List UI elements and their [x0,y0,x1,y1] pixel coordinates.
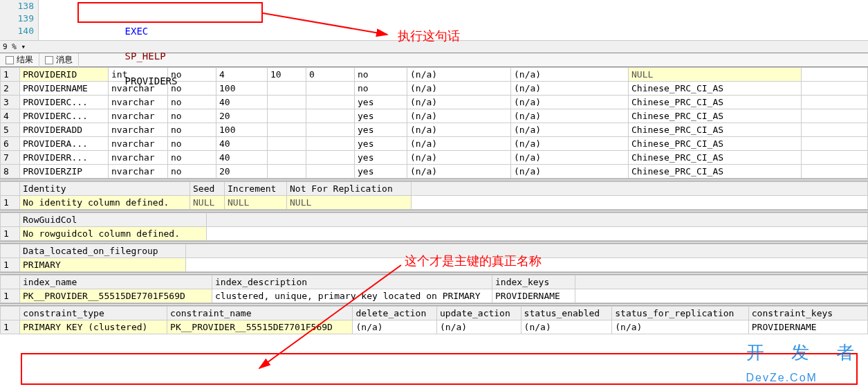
col-header: Identity [20,182,190,196]
table-row[interactable]: 3PROVIDERC...nvarcharno40yes(n/a)(n/a)Ch… [1,96,868,109]
col-header: RowGuidCol [20,213,207,227]
table-row[interactable]: 1 No rowguidcol column defined. [1,227,868,241]
tab-messages[interactable]: 消息 [39,53,79,67]
line-number: 138 [0,0,34,12]
constraint-grid[interactable]: constraint_type constraint_name delete_a… [0,306,868,334]
annotation-box-constraint [21,353,858,385]
col-header: Data_located_on_filegroup [20,244,186,258]
table-row[interactable]: 7PROVIDERR...nvarcharno40yes(n/a)(n/a)Ch… [1,151,868,165]
tab-label: 消息 [56,54,73,66]
col-header: index_name [20,275,212,289]
line-number: 140 [0,25,34,37]
col-header: Seed [190,182,225,196]
dropdown-icon[interactable]: ▾ [21,42,26,51]
col-header: status_enabled [521,307,612,320]
table-row[interactable]: 5PROVIDERADDnvarcharno100yes(n/a)(n/a)Ch… [1,123,868,137]
stored-proc: SP_HELP [125,51,166,62]
line-number-gutter: 138 139 140 [0,0,39,40]
table-row[interactable]: 1 PK__PROVIDER__55515DE7701F569D cluster… [1,289,868,303]
table-row[interactable]: 1 No identity column defined. NULL NULL … [1,196,868,210]
zoom-value: 9 % [3,42,17,51]
table-row[interactable]: 1 PRIMARY [1,258,868,272]
line-number: 139 [0,12,34,25]
table-row[interactable]: 4PROVIDERC...nvarcharno20yes(n/a)(n/a)Ch… [1,109,868,123]
col-header: status_for_replication [612,307,749,320]
editor-body[interactable]: EXEC SP_HELP PROVIDERS [39,0,868,40]
code-argument: PROVIDERS [125,75,178,87]
watermark: 开 发 者 DevZe.CoM [746,341,865,386]
filegroup-grid[interactable]: Data_located_on_filegroup 1 PRIMARY [0,244,868,272]
rowguid-grid[interactable]: RowGuidCol 1 No rowguidcol column define… [0,212,868,241]
messages-icon [45,56,53,64]
grid-icon [6,56,14,64]
index-grid[interactable]: index_name index_description index_keys … [0,275,868,303]
col-header: index_keys [492,275,575,289]
col-header: constraint_keys [748,307,867,320]
table-row[interactable]: 8PROVIDERZIPnvarcharno20yes(n/a)(n/a)Chi… [1,165,868,179]
identity-grid[interactable]: Identity Seed Increment Not For Replicat… [0,181,868,210]
col-header: constraint_type [20,307,167,320]
table-row[interactable]: 6PROVIDERA...nvarcharno40yes(n/a)(n/a)Ch… [1,137,868,151]
col-header: Not For Replication [287,182,412,196]
keyword-exec: EXEC [125,26,149,37]
col-header: index_description [212,275,492,289]
tab-results[interactable]: 结果 [0,53,39,67]
table-row[interactable]: 1 PRIMARY KEY (clustered) PK__PROVIDER__… [1,320,868,334]
col-header: update_action [437,307,521,320]
tab-label: 结果 [17,54,33,66]
col-header: constraint_name [167,307,353,320]
editor-zone: 138 139 140 EXEC SP_HELP PROVIDERS [0,0,868,41]
col-header: Increment [225,182,287,196]
col-header: delete_action [353,307,437,320]
